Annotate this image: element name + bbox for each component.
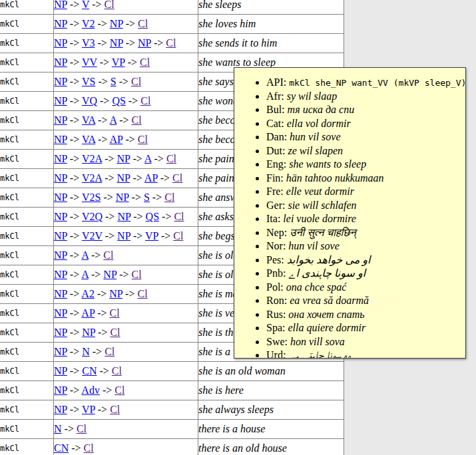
category-link-cl[interactable]: Cl — [166, 37, 176, 49]
category-link-a[interactable]: A — [81, 249, 89, 261]
category-link-np[interactable]: NP — [54, 230, 67, 241]
category-link-s[interactable]: S — [144, 192, 150, 203]
category-link-v[interactable]: V — [82, 0, 89, 10]
category-link-adv[interactable]: Adv — [81, 384, 100, 396]
category-link-n[interactable]: N — [82, 346, 90, 357]
category-link-cl[interactable]: Cl — [140, 57, 150, 68]
category-link-np[interactable]: NP — [54, 114, 67, 126]
category-link-vp[interactable]: VP — [145, 230, 158, 241]
category-link-np[interactable]: NP — [54, 346, 67, 357]
category-link-a[interactable]: A — [144, 153, 152, 164]
category-link-cl[interactable]: Cl — [140, 95, 150, 106]
category-link-ap[interactable]: AP — [144, 172, 158, 184]
category-link-np[interactable]: NP — [54, 172, 67, 184]
category-link-np[interactable]: NP — [82, 327, 95, 338]
category-link-va[interactable]: VA — [82, 114, 95, 126]
category-link-np[interactable]: NP — [54, 134, 67, 145]
category-link-vv[interactable]: VV — [82, 57, 97, 68]
category-link-qs[interactable]: QS — [146, 211, 159, 222]
category-link-a[interactable]: A — [81, 269, 89, 280]
category-link-cl[interactable]: Cl — [138, 134, 148, 145]
category-link-qs[interactable]: QS — [112, 95, 125, 106]
category-link-cl[interactable]: Cl — [84, 442, 94, 454]
signature-cell: NP -> VQ -> QS -> Cl — [54, 92, 198, 111]
category-link-v2a[interactable]: V2A — [82, 153, 102, 164]
example-cell: she is an old woman — [198, 362, 344, 381]
category-link-cl[interactable]: Cl — [172, 172, 182, 184]
category-link-ap[interactable]: AP — [110, 134, 123, 145]
category-link-cl[interactable]: Cl — [164, 192, 174, 203]
category-link-vp[interactable]: VP — [112, 57, 125, 68]
category-link-cl[interactable]: Cl — [174, 211, 184, 222]
category-link-vs[interactable]: VS — [82, 76, 95, 87]
category-link-v3[interactable]: V3 — [82, 37, 95, 49]
category-link-np[interactable]: NP — [110, 37, 123, 49]
category-link-v2a[interactable]: V2A — [82, 172, 102, 184]
category-link-cl[interactable]: Cl — [138, 18, 148, 29]
category-link-vp[interactable]: VP — [82, 404, 95, 415]
category-link-np[interactable]: NP — [54, 37, 67, 49]
category-link-np[interactable]: NP — [54, 211, 67, 222]
category-link-cl[interactable]: Cl — [166, 153, 176, 164]
category-link-n[interactable]: N — [54, 423, 62, 434]
category-link-np[interactable]: NP — [109, 288, 122, 299]
category-link-a[interactable]: A — [110, 114, 117, 126]
category-link-cl[interactable]: Cl — [132, 269, 142, 280]
category-link-np[interactable]: NP — [117, 211, 130, 222]
category-link-np[interactable]: NP — [117, 172, 130, 184]
language-label: Eng: — [266, 158, 286, 170]
category-link-np[interactable]: NP — [110, 18, 123, 29]
category-link-cl[interactable]: Cl — [173, 230, 183, 241]
category-link-np[interactable]: NP — [54, 269, 67, 280]
category-link-np[interactable]: NP — [54, 404, 67, 415]
category-link-np[interactable]: NP — [103, 269, 117, 280]
category-link-cl[interactable]: Cl — [112, 365, 122, 377]
language-label: Pol: — [266, 281, 284, 293]
category-link-np[interactable]: NP — [54, 95, 67, 106]
category-link-vq[interactable]: VQ — [82, 95, 97, 106]
category-link-np[interactable]: NP — [54, 0, 67, 10]
category-link-np[interactable]: NP — [54, 153, 67, 164]
signature-cell: NP -> V -> Cl — [54, 0, 198, 15]
category-link-np[interactable]: NP — [54, 249, 67, 261]
category-link-np[interactable]: NP — [54, 18, 67, 29]
category-link-cl[interactable]: Cl — [105, 346, 115, 357]
translation-text: وہ سونا چاہتی ہے — [288, 349, 350, 359]
category-link-cn[interactable]: CN — [54, 442, 69, 454]
category-link-np[interactable]: NP — [54, 57, 67, 68]
category-link-np[interactable]: NP — [116, 192, 129, 203]
category-link-np[interactable]: NP — [54, 192, 67, 203]
category-link-cl[interactable]: Cl — [110, 307, 120, 319]
category-link-cl[interactable]: Cl — [110, 404, 120, 415]
function-cell: mkCl — [0, 265, 54, 285]
category-link-np[interactable]: NP — [54, 327, 67, 338]
category-link-cl[interactable]: Cl — [115, 384, 124, 396]
category-link-ap[interactable]: AP — [81, 307, 95, 319]
category-link-np[interactable]: NP — [54, 288, 67, 299]
category-link-cn[interactable]: CN — [82, 365, 97, 377]
translation-text: тя иска да спи — [288, 104, 355, 115]
category-link-cl[interactable]: Cl — [105, 0, 115, 10]
category-link-v2v[interactable]: V2V — [82, 230, 103, 241]
category-link-np[interactable]: NP — [54, 76, 67, 87]
category-link-cl[interactable]: Cl — [132, 114, 142, 126]
category-link-cl[interactable]: Cl — [103, 249, 113, 261]
category-link-np[interactable]: NP — [117, 230, 130, 241]
signature-cell: NP -> VA -> AP -> Cl — [54, 130, 198, 150]
category-link-np[interactable]: NP — [54, 365, 67, 377]
category-link-cl[interactable]: Cl — [77, 423, 87, 434]
category-link-cl[interactable]: Cl — [110, 327, 120, 338]
category-link-np[interactable]: NP — [54, 307, 67, 319]
category-link-a2[interactable]: A2 — [81, 288, 95, 299]
category-link-np[interactable]: NP — [138, 37, 151, 49]
category-link-v2[interactable]: V2 — [82, 18, 95, 29]
category-link-s[interactable]: S — [111, 76, 117, 87]
language-label: Fin: — [266, 172, 284, 184]
category-link-v2s[interactable]: V2S — [82, 192, 101, 203]
category-link-v2q[interactable]: V2Q — [82, 211, 103, 222]
category-link-np[interactable]: NP — [117, 153, 130, 164]
category-link-va[interactable]: VA — [82, 134, 95, 145]
category-link-cl[interactable]: Cl — [137, 288, 147, 299]
category-link-np[interactable]: NP — [54, 384, 67, 396]
category-link-cl[interactable]: Cl — [131, 76, 141, 87]
